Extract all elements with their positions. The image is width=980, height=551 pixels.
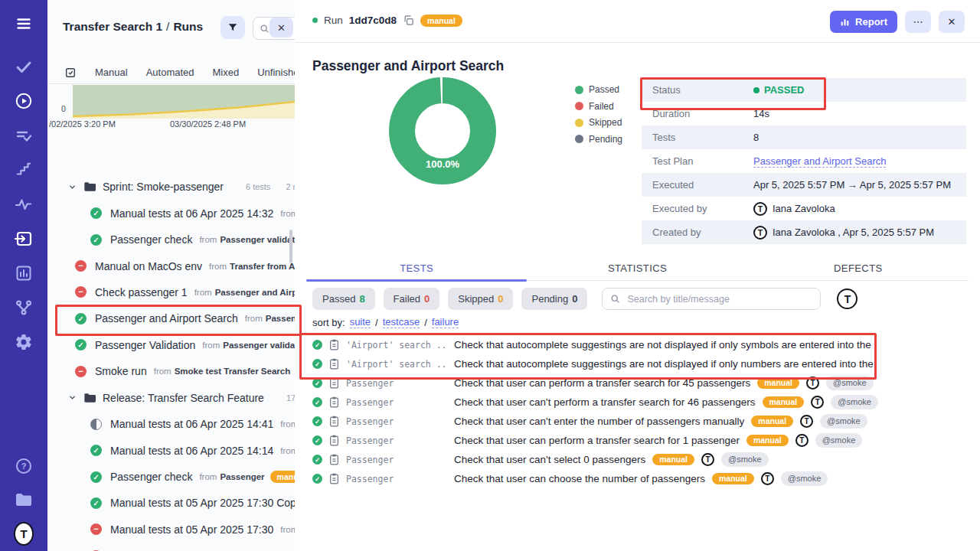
tree-run-row[interactable]: Manual tests at 06 Apr 2025 14:41fromTra… [47,411,295,437]
select-runs-icon[interactable] [64,67,77,79]
sidebar-item-gear[interactable] [14,332,34,352]
sort-separator: / [375,317,378,328]
filter-button[interactable] [220,16,245,39]
details-value: 8 [753,132,759,143]
tree-run-row[interactable]: Passenger ValidationfromPassenger valida… [47,332,295,358]
chip-passed[interactable]: Passed8 [312,288,375,310]
run-from: fromTransfer Search [280,525,295,534]
test-plan-link[interactable]: Passenger and Airport Search [753,155,886,168]
runs-tab-manual[interactable]: Manual [95,67,128,78]
sidebar-item-folder-nav[interactable] [14,490,34,510]
tree-run-row[interactable]: Passenger and Airport SearchfromPassenge… [47,305,295,331]
chip-skipped[interactable]: Skipped0 [448,288,513,310]
test-row[interactable]: PassengerCheck that user can't enter the… [312,412,974,431]
run-title: Manual tests at 05 Apr 2025 17:30 Copy [110,497,295,509]
test-title: Check that user can perform a transfer s… [454,435,740,446]
tree-run-row[interactable]: Manual tests at 05 Apr 2025 17:30 Copyfr… [47,490,295,516]
test-row[interactable]: PassengerCheck that user can choose the … [312,469,974,488]
sort-by-failure[interactable]: failure [432,316,459,328]
sidebar-item-testomat-logo[interactable]: T [14,523,34,543]
tree-run-row[interactable]: Passenger checkfromPassenger validationm… [47,227,295,253]
sidebar-item-help[interactable]: ? [14,456,34,476]
topbar-actions: Report ⋯ ✕ [830,11,965,33]
chip-label: Passed [322,293,355,305]
chip-label: Skipped [458,293,494,305]
clear-search-button[interactable]: ✕ [270,18,293,37]
run-from-target: Passenger validation [220,235,295,244]
passed-icon [90,234,102,246]
run-title: Manual on MacOs env [95,260,202,272]
run-title: Check passenger 1 [95,286,188,298]
tree-run-row[interactable]: Manual tests at 05 Apr 2025 17:30fromTra… [47,517,295,543]
pending-icon [90,419,102,430]
test-row[interactable]: 'Airport' search ...Check that autocompl… [312,335,974,354]
runs-tab-unfinished[interactable]: Unfinished [257,67,295,78]
close-run-button[interactable]: ✕ [939,11,965,33]
run-type-badge: manual [420,15,462,27]
tests-list: 'Airport' search ...Check that autocompl… [312,335,974,488]
details-value: Apr 5, 2025 5:57 PM → Apr 5, 2025 5:57 P… [753,179,951,191]
tests-search[interactable] [602,288,821,310]
more-button[interactable]: ⋯ [905,11,931,33]
scrollbar-thumb[interactable] [289,230,292,263]
sidebar-item-activity[interactable] [14,194,34,214]
report-button[interactable]: Report [830,11,897,33]
sidebar-item-list-check[interactable] [14,126,34,145]
activity-icon [15,195,33,214]
test-row[interactable]: 'Airport' search ...Check that autocompl… [312,354,974,373]
tree-folder-row[interactable]: Sprint: Smoke-passenger6 tests2 runs [47,174,295,200]
runs-tab-mixed[interactable]: Mixed [213,67,240,78]
legend-dot-icon [575,102,583,110]
test-row[interactable]: PassengerCheck that user can perform a t… [312,431,974,450]
clipboard-icon [329,339,339,350]
tag-badge: @smoke [815,433,863,447]
legend-item-passed: Passed [575,84,622,95]
close-icon: ✕ [277,22,286,34]
folder-icon [83,393,96,403]
assignee-filter-button[interactable]: T [837,289,858,309]
test-row[interactable]: PassengerCheck that user can't perform a… [312,393,974,412]
test-row[interactable]: PassengerCheck that user can't select 0 … [312,450,974,469]
manual-badge: manual [763,396,805,409]
page-title: Passenger and Airport Search [312,58,504,74]
tab-defects[interactable]: DEFECTS [748,259,969,280]
failed-icon [75,366,87,377]
failed-icon [75,260,87,272]
sort-by-testcase[interactable]: testcase [383,316,420,328]
tab-statistics[interactable]: STATISTICS [527,259,747,280]
tree-run-row[interactable]: Manual tests at 06 Apr 2025 14:32fromPas… [47,200,295,226]
tree-run-row[interactable]: Passenger checkfromPassengermanual6 [47,464,295,490]
breadcrumb-project[interactable]: Transfer Search 1 [63,20,162,33]
chip-count: 0 [424,293,430,305]
tree-run-row[interactable]: Manual on MacOs envfromTransfer from Aip… [47,253,295,279]
legend-dot-icon [575,135,583,143]
sidebar-item-bar-chart[interactable] [14,263,34,283]
tree-run-row[interactable]: Smoke runfromSmoke test Transfer Searchm… [47,358,295,384]
tree-run-row[interactable]: Check passenger 1fromPassenger and Airpo… [47,279,295,305]
runs-tab-automated[interactable]: Automated [146,67,194,78]
steps-icon [15,161,32,178]
tree-folder-row[interactable]: Release: Transfer Search Feature17 tests… [47,385,295,411]
sort-by-suite[interactable]: suite [350,316,371,328]
legend-dot-icon [575,86,583,94]
tree-run-row[interactable]: Manual tests at 06 Apr 2025 14:14fromPas… [47,437,295,463]
chip-count: 8 [359,293,364,305]
tab-tests[interactable]: TESTS [306,259,527,280]
sidebar-item-sign-in[interactable] [14,229,34,249]
clipboard-icon [329,454,339,465]
sidebar-item-play-circle[interactable] [14,91,34,111]
test-row[interactable]: PassengerCheck that user can perform a t… [312,373,974,393]
chip-pending[interactable]: Pending0 [521,288,587,310]
run-title: Manual tests at 06 Apr 2025 14:41 [110,418,273,430]
sidebar-item-steps[interactable] [14,160,34,180]
bar-chart-icon [15,264,33,282]
copy-button[interactable] [403,15,414,26]
chip-failed[interactable]: Failed0 [384,288,440,310]
tests-search-input[interactable] [626,293,812,305]
test-title: Check that user can't perform a transfer… [454,396,756,408]
list-check-icon [15,126,33,145]
sidebar-item-menu[interactable] [14,14,34,34]
sidebar-item-branch[interactable] [14,298,34,318]
tree-run-row[interactable]: Manual tests at 30 Mar 2025 14:48from [47,543,295,551]
sidebar-item-check[interactable] [14,57,34,77]
